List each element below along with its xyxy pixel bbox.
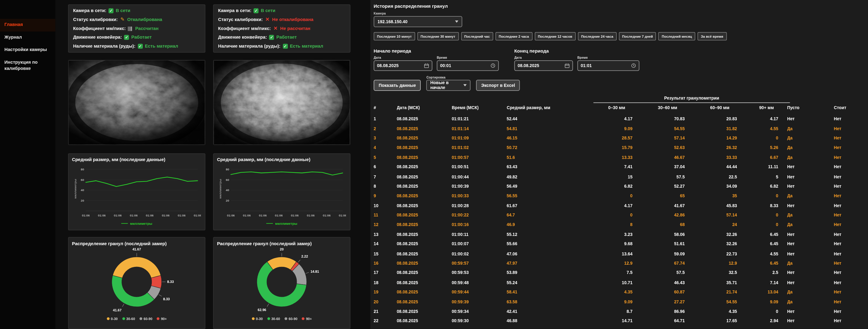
legend-dot-icon [284,317,287,320]
table-row: 2008.08.202500:59:3963.589.0927.2754.559… [374,297,862,307]
svg-text:20: 20 [280,247,283,251]
range-button[interactable]: Последний месяц [658,32,695,40]
status-label: Статус калибровки: [73,17,118,22]
range-button[interactable]: Последние 30 минут [417,32,459,40]
svg-text:41.67: 41.67 [132,247,141,251]
table-cell: Нет [834,174,862,179]
table-cell: Да [787,145,834,150]
end-date-input[interactable]: 08.08.2025 [515,60,573,70]
column-header: 90+ мм [746,105,787,110]
line-chart-legend[interactable]: миллиметры [71,222,203,226]
start-time-input[interactable]: 00:01 [437,60,499,70]
range-button[interactable]: Последние 10 минут [374,32,415,40]
clock-icon[interactable] [631,63,636,68]
donut-legend-item[interactable]: 60-90 [284,317,298,321]
table-cell: 52.44 [507,116,592,121]
table-cell: 4.35 [592,290,642,295]
table-row: 1008.08.202501:00:2861.674.1741.6745.838… [374,201,862,210]
range-button[interactable]: Последние 12 часов [534,32,576,40]
donut-legend-item[interactable]: 0-30 [252,317,263,321]
table-cell: 8 [374,184,397,189]
table-cell: 13.64 [592,251,642,256]
ruler-icon [128,26,133,31]
table-cell: 0 [746,213,787,218]
camera-select[interactable]: 192.168.150.40 [374,16,462,27]
avg-size-line-chart: 2040608001:0601:0601:0601:0601:0601:0601… [218,163,346,221]
end-time-input[interactable]: 01:01 [578,60,640,70]
line-chart-legend[interactable]: миллиметры [216,222,347,226]
table-row: 208.08.202501:01:1454.819.0954.5531.824.… [374,124,862,133]
table-cell: 6.45 [746,241,787,246]
table-cell: 51.61 [642,241,694,246]
status-label: Коэффициент мм/пикс: [218,26,271,31]
range-button[interactable]: Последние 7 дней [619,32,656,40]
start-date-input[interactable]: 08.08.2025 [374,60,432,70]
cameras-area: Камера в сети:✓В сетиСтатус калибровки:✎… [55,0,358,329]
table-row: 108.08.202501:01:2152.444.1770.8320.834.… [374,114,862,124]
calendar-icon[interactable] [565,63,570,68]
sidebar-item-main[interactable]: Главная [0,19,55,32]
table-cell: Да [787,290,834,295]
svg-text:80: 80 [81,168,84,171]
table-cell: 37.04 [642,164,694,170]
camera-select-value: 192.168.150.40 [377,19,407,24]
cross-icon: ✕ [265,17,270,22]
sort-select[interactable]: Новые в начале [426,80,470,91]
clock-icon[interactable] [491,63,496,68]
range-button[interactable]: За всё время [698,32,727,40]
table-cell: 8.7 [592,309,642,314]
svg-text:01:06: 01:06 [291,214,299,217]
sidebar-item-calibration-guide[interactable]: Инструкция по калибровке [0,57,55,75]
donut-legend-item[interactable]: 90+ [157,317,166,321]
donut-legend-item[interactable]: 90+ [302,317,312,321]
donut-legend-item[interactable]: 30-60 [122,317,135,321]
table-cell: 08.08.2025 [397,309,452,314]
table-row: 1908.08.202500:59:4458.414.3560.8721.741… [374,287,862,297]
sidebar-item-journal[interactable]: Журнал [0,31,55,44]
donut-legend-item[interactable]: 60-90 [140,317,152,321]
legend-line-icon [266,223,273,224]
table-cell: Да [787,126,834,131]
table-cell: 2.5 [746,271,787,275]
table-cell: 6 [374,164,397,170]
range-button[interactable]: Последний час [461,32,493,40]
check-icon: ✓ [269,35,274,40]
table-cell: 9.09 [592,299,642,304]
svg-text:01:06: 01:06 [146,214,154,217]
table-cell: 0 [746,193,787,199]
table-cell: Да [787,136,834,141]
svg-text:40: 40 [226,189,229,192]
table-cell: Нет [834,203,862,208]
show-data-button[interactable]: Показать данные [374,80,421,91]
start-time-label: Время [437,56,499,59]
table-cell: Нет [834,213,862,218]
end-time-value: 01:01 [581,63,592,68]
table-cell: 6.45 [746,232,787,237]
table-cell: Нет [834,184,862,189]
history-table: Результат гранулометрии#Дата (МСК)Время … [374,96,862,329]
status-row: Движение конвейера:✓Работает [73,35,200,40]
table-cell: 08.08.2025 [397,116,452,121]
table-cell: 00:59:26 [452,328,507,329]
table-row: 1808.08.202500:59:4855.2410.7146.4335.71… [374,278,862,287]
table-cell: 64.7 [507,213,592,218]
sidebar-item-camera-settings[interactable]: Настройки камеры [0,44,55,57]
donut-legend-item[interactable]: 0-30 [106,317,118,321]
table-cell: 21.74 [694,290,746,295]
camera-1-frame-image [69,60,205,144]
range-button[interactable]: Последние 24 часа [578,32,617,40]
export-excel-button[interactable]: Экспорт в Excel [476,80,520,91]
table-cell: 08.08.2025 [397,145,452,150]
table-cell: 08.08.2025 [397,232,452,237]
table-cell: 00:59:34 [452,309,507,314]
calendar-icon[interactable] [424,63,429,68]
table-cell: 2 [374,126,397,131]
table-cell: Нет [834,319,862,323]
range-button[interactable]: Последние 2 часа [496,32,532,40]
table-cell: 68 [642,222,694,227]
table-cell: 0 [592,213,642,218]
donut-legend-item[interactable]: 30-60 [267,317,280,321]
table-cell: 4.55 [746,126,787,131]
table-cell: 55.66 [507,241,592,246]
table-cell: 4.55 [746,251,787,256]
